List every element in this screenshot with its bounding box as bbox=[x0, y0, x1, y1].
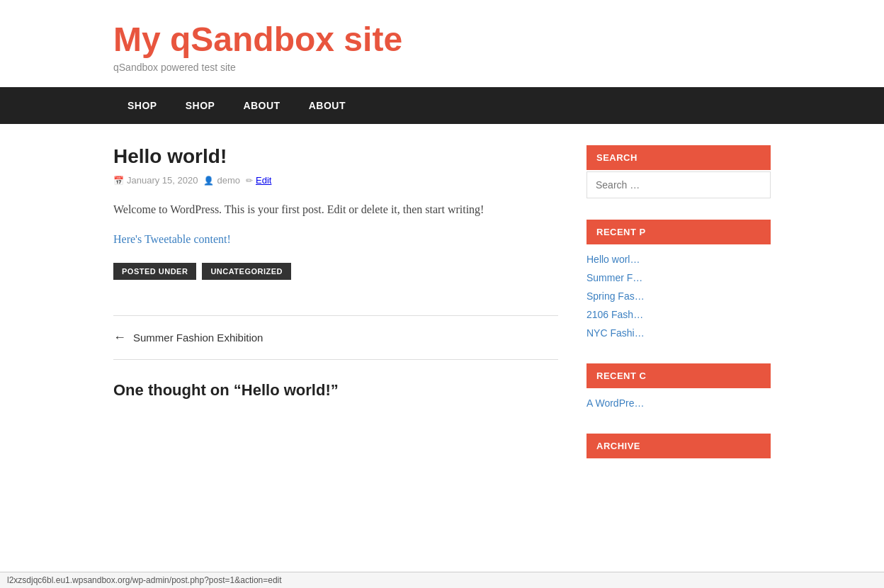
nav-item: SHOP bbox=[171, 87, 230, 124]
post-meta: January 15, 2020 demo Edit bbox=[113, 175, 558, 186]
post-date-meta: January 15, 2020 bbox=[113, 175, 198, 186]
recent-comment-item[interactable]: A WordPre… bbox=[586, 394, 771, 412]
sidebar: SEARCH RECENT P Hello worl…Summer F…Spri… bbox=[586, 145, 771, 480]
tweetable-link[interactable]: Here's Tweetable content! bbox=[113, 233, 231, 245]
edit-icon bbox=[246, 175, 253, 186]
recent-post-item[interactable]: Hello worl… bbox=[586, 250, 771, 268]
search-widget: SEARCH bbox=[586, 145, 771, 198]
site-content: Hello world! January 15, 2020 demo Edit … bbox=[0, 124, 884, 501]
site-title: My qSandbox site bbox=[113, 21, 771, 59]
post-author-meta: demo bbox=[203, 175, 240, 186]
calendar-icon bbox=[113, 175, 124, 186]
recent-comments-title: RECENT C bbox=[586, 363, 771, 388]
post-content: Welcome to WordPress. This is your first… bbox=[113, 200, 558, 219]
post-edit-meta[interactable]: Edit bbox=[246, 175, 271, 186]
recent-post-item[interactable]: 2106 Fash… bbox=[586, 305, 771, 324]
nav-link[interactable]: SHOP bbox=[171, 87, 230, 124]
nav-item: ABOUT bbox=[295, 87, 360, 124]
search-widget-title: SEARCH bbox=[586, 145, 771, 170]
arrow-left-icon: ← bbox=[113, 330, 126, 345]
nav-link[interactable]: ABOUT bbox=[229, 87, 294, 124]
tags-row: POSTED UNDER UNCATEGORIZED bbox=[113, 263, 558, 280]
nav-item: SHOP bbox=[113, 87, 171, 124]
search-input[interactable] bbox=[586, 171, 771, 198]
prev-post-label: Summer Fashion Exhibition bbox=[133, 332, 263, 344]
recent-post-item[interactable]: NYC Fashi… bbox=[586, 324, 771, 342]
recent-comments-widget: RECENT C A WordPre… bbox=[586, 363, 771, 412]
site-tagline: qSandbox powered test site bbox=[113, 62, 771, 73]
archives-widget: ARCHIVE bbox=[586, 434, 771, 458]
user-icon bbox=[203, 175, 214, 186]
recent-comments-list: A WordPre… bbox=[586, 394, 771, 412]
recent-post-item[interactable]: Spring Fas… bbox=[586, 287, 771, 305]
posted-under-label: POSTED UNDER bbox=[113, 263, 196, 280]
nav-link[interactable]: SHOP bbox=[113, 87, 171, 124]
nav-item: ABOUT bbox=[229, 87, 294, 124]
prev-post-link[interactable]: ← Summer Fashion Exhibition bbox=[113, 330, 558, 345]
recent-posts-widget: RECENT P Hello worl…Summer F…Spring Fas…… bbox=[586, 220, 771, 342]
site-nav: SHOPSHOPABOUTABOUT bbox=[0, 87, 884, 124]
recent-posts-title: RECENT P bbox=[586, 220, 771, 244]
site-header: My qSandbox site qSandbox powered test s… bbox=[0, 0, 884, 87]
archives-title: ARCHIVE bbox=[586, 434, 771, 458]
main-area: Hello world! January 15, 2020 demo Edit … bbox=[113, 145, 558, 480]
recent-posts-list: Hello worl…Summer F…Spring Fas…2106 Fash… bbox=[586, 250, 771, 342]
post-category[interactable]: UNCATEGORIZED bbox=[202, 263, 291, 280]
post-date: January 15, 2020 bbox=[127, 175, 198, 186]
search-input-wrap bbox=[586, 171, 771, 198]
comments-title: One thought on “Hello world!” bbox=[113, 381, 558, 400]
recent-post-item[interactable]: Summer F… bbox=[586, 268, 771, 287]
post-author: demo bbox=[217, 175, 240, 186]
edit-link[interactable]: Edit bbox=[256, 175, 271, 186]
post-nav: ← Summer Fashion Exhibition bbox=[113, 315, 558, 360]
post-title: Hello world! bbox=[113, 145, 558, 168]
nav-link[interactable]: ABOUT bbox=[295, 87, 360, 124]
comments-section: One thought on “Hello world!” bbox=[113, 381, 558, 400]
